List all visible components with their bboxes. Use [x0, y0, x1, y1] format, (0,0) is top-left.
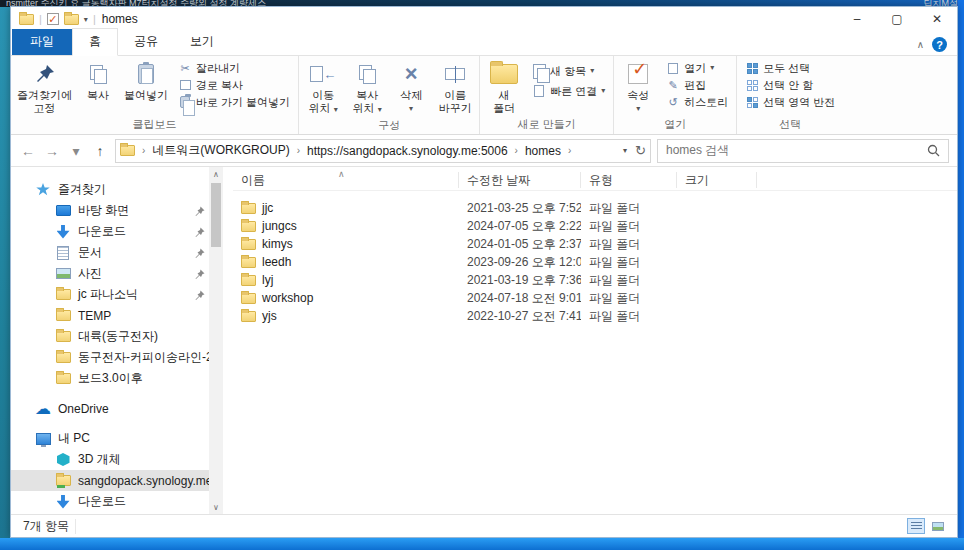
file-row[interactable]: workshop 2024-07-18 오전 9:01 파일 폴더 [233, 289, 957, 307]
star-icon [35, 183, 51, 196]
sidebar-item-downloads-pc[interactable]: 다운로드 [11, 491, 209, 512]
qat-customize-dropdown-icon[interactable]: ▾ [84, 15, 88, 24]
sidebar-scrollbar[interactable]: ∧ ∨ [209, 167, 223, 514]
minimize-button[interactable]: – [837, 7, 877, 31]
file-row[interactable]: leedh 2023-09-26 오후 12:08 파일 폴더 [233, 253, 957, 271]
copy-button[interactable]: 복사 [76, 58, 120, 103]
new-folder-icon [490, 61, 518, 87]
delete-button[interactable]: × 삭제 ▾ [389, 58, 433, 116]
tab-file[interactable]: 파일 [12, 29, 72, 55]
breadcrumb-homes[interactable]: homes [525, 144, 561, 158]
status-bar: 7개 항목 [11, 514, 957, 537]
qat-properties-icon[interactable]: ✓ [47, 13, 59, 25]
open-icon [666, 63, 680, 74]
sidebar-item-board30[interactable]: 보드3.0이후 [11, 368, 209, 389]
file-row[interactable]: jungcs 2024-07-05 오후 2:22 파일 폴더 [233, 217, 957, 235]
sidebar-item-jc-panasonic[interactable]: jc 파나소닉 [11, 284, 209, 305]
column-header-name[interactable]: ∧ 이름 [233, 172, 459, 188]
invert-selection-button[interactable]: 선택 영역 반전 [745, 95, 835, 109]
scrollbar-thumb[interactable] [211, 183, 221, 247]
back-icon[interactable]: ← [19, 143, 37, 159]
paste-shortcut-icon [178, 96, 192, 108]
select-all-button[interactable]: 모두 선택 [745, 61, 835, 75]
select-none-button[interactable]: 선택 안 함 [745, 78, 835, 92]
file-row[interactable]: jjc 2021-03-25 오후 7:52 파일 폴더 [233, 199, 957, 217]
up-icon[interactable]: ↑ [91, 143, 109, 159]
thumbnails-view-button[interactable] [929, 518, 947, 534]
address-folder-icon [120, 145, 135, 156]
pin-icon [195, 227, 209, 237]
refresh-icon[interactable]: ↻ [635, 143, 646, 158]
breadcrumb-server[interactable]: https://sangdopack.synology.me:5006 [307, 144, 508, 158]
tab-share[interactable]: 공유 [118, 29, 174, 55]
navigation-bar: ← → ▾ ↑ › 네트워크(WORKGROUP) › https://sang… [11, 135, 957, 167]
sidebar-item-quick-access[interactable]: 즐겨찾기 [11, 179, 209, 200]
details-view-icon [911, 522, 922, 531]
sidebar-item-pictures[interactable]: 사진 [11, 263, 209, 284]
sidebar-item-desktop[interactable]: 바탕 화면 [11, 200, 209, 221]
sidebar-item-onedrive[interactable]: ☁ OneDrive [11, 398, 209, 419]
forward-icon[interactable]: → [43, 143, 61, 159]
open-button[interactable]: 열기▾ [666, 61, 728, 75]
download-icon [55, 495, 71, 509]
new-item-button[interactable]: 새 항목▾ [532, 64, 605, 78]
help-icon[interactable]: ? [932, 37, 947, 52]
sidebar-item-temp[interactable]: TEMP [11, 305, 209, 326]
sidebar-item-documents[interactable]: 문서 [11, 242, 209, 263]
folder-icon [241, 221, 256, 232]
sidebar-item-downloads[interactable]: 다운로드 [11, 221, 209, 242]
sidebar-item-daeryuk[interactable]: 대륙(동구전자) [11, 326, 209, 347]
edit-button[interactable]: ✎ 편집 [666, 78, 728, 92]
collapse-ribbon-icon[interactable]: ∧ [917, 39, 924, 50]
file-row[interactable]: lyj 2021-03-19 오후 7:36 파일 폴더 [233, 271, 957, 289]
cut-button[interactable]: ✂ 잘라내기 [178, 61, 290, 75]
file-row[interactable]: kimys 2024-01-05 오후 2:37 파일 폴더 [233, 235, 957, 253]
column-header-type[interactable]: 유형 [581, 172, 677, 188]
sidebar-item-sangdopack[interactable]: sangdopack.synology.me [11, 470, 209, 491]
navigation-pane: 즐겨찾기 바탕 화면 다운로드 문서 사진 [11, 167, 209, 514]
sidebar-item-donggu-coffee-line[interactable]: 동구전자-커피이송라인-240626 [11, 347, 209, 368]
rename-button[interactable]: 이름 바꾸기 [433, 58, 477, 116]
easy-access-button[interactable]: 빠른 연결▾ [532, 84, 605, 98]
paste-button[interactable]: 붙여넣기 [120, 58, 172, 103]
address-bar[interactable]: › 네트워크(WORKGROUP) › https://sangdopack.s… [115, 139, 651, 163]
qat-new-folder-icon[interactable] [64, 14, 79, 25]
title-bar: | ✓ ▾ | homes – ▢ ✕ [11, 7, 957, 31]
copy-to-icon [359, 61, 375, 87]
file-row[interactable]: yjs 2022-10-27 오전 7:41 파일 폴더 [233, 307, 957, 325]
search-input[interactable]: homes 검색 [657, 139, 949, 163]
new-item-icon [532, 64, 546, 78]
scroll-down-icon[interactable]: ∨ [213, 500, 219, 514]
address-dropdown-icon[interactable]: ▾ [623, 146, 627, 155]
taskbar[interactable] [0, 538, 964, 550]
sidebar-item-3d-objects[interactable]: 3D 개체 [11, 449, 209, 470]
copy-to-button[interactable]: 복사 위치 ▾ [345, 58, 389, 117]
document-icon [55, 246, 71, 260]
select-all-icon [745, 63, 759, 74]
scroll-up-icon[interactable]: ∧ [213, 167, 219, 181]
close-button[interactable]: ✕ [917, 7, 957, 31]
pin-to-quick-access-button[interactable]: 즐겨찾기에 고정 [13, 58, 76, 116]
maximize-button[interactable]: ▢ [877, 7, 917, 31]
ribbon-group-new: 새 폴더 새 항목▾ 빠른 연결▾ 새로 만들기 [479, 56, 613, 134]
sidebar-item-this-pc[interactable]: 내 PC [11, 428, 209, 449]
delete-icon: × [405, 61, 418, 87]
scissors-icon: ✂ [178, 61, 192, 75]
copy-path-button[interactable]: 경로 복사 [178, 78, 290, 92]
move-to-button[interactable]: ← 이동 위치 ▾ [301, 58, 345, 117]
group-label-clipboard: 클립보드 [13, 116, 296, 134]
folder-icon [55, 373, 71, 384]
new-folder-button[interactable]: 새 폴더 [482, 58, 526, 116]
tab-view[interactable]: 보기 [174, 29, 230, 55]
folder-icon [55, 331, 71, 342]
history-button[interactable]: ↺ 히스토리 [666, 95, 728, 109]
properties-button[interactable]: 속성 ▾ [616, 58, 660, 116]
paste-shortcut-button[interactable]: 바로 가기 붙여넣기 [178, 95, 290, 109]
column-header-date[interactable]: 수정한 날짜 [459, 172, 581, 188]
pictures-icon [55, 268, 71, 279]
column-header-size[interactable]: 크기 [677, 172, 757, 188]
breadcrumb-network[interactable]: 네트워크(WORKGROUP) [152, 142, 289, 159]
details-view-button[interactable] [907, 518, 925, 534]
recent-locations-icon[interactable]: ▾ [67, 143, 85, 159]
tab-home[interactable]: 홈 [72, 28, 118, 56]
